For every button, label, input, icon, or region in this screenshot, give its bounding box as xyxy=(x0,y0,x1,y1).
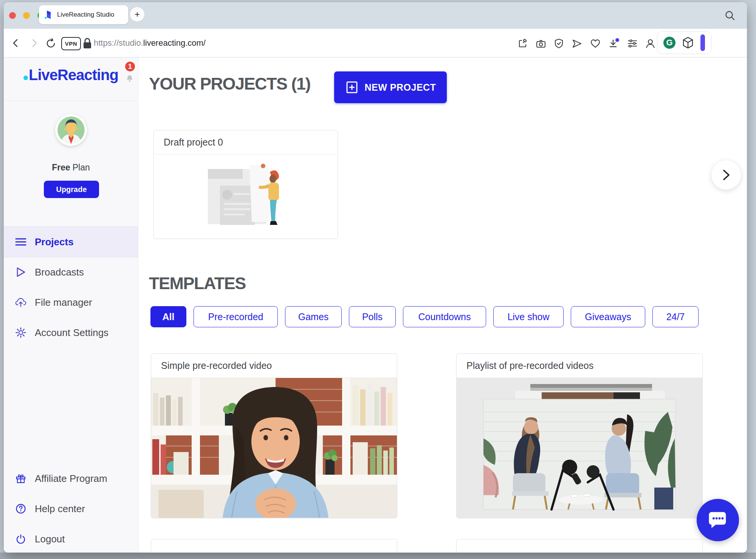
filter-polls[interactable]: Polls xyxy=(349,306,396,327)
sidebar-item-account-settings[interactable]: Account Settings xyxy=(4,317,138,348)
template-card-title: Playlist of pre-recorded videos xyxy=(457,354,702,378)
filter-giveaways[interactable]: Giveaways xyxy=(571,306,645,327)
url-field[interactable]: https://studio.livereacting.com/ xyxy=(94,38,206,48)
downloads-icon[interactable] xyxy=(608,38,620,49)
chat-widget-button[interactable] xyxy=(697,499,739,541)
draft-project-title: Draft project 0 xyxy=(154,130,338,155)
template-photo-woman xyxy=(151,378,397,518)
question-icon xyxy=(15,503,26,514)
app-area: LiveReacting 1 xyxy=(4,57,747,553)
bell-icon xyxy=(125,74,134,82)
template-card-playlist[interactable]: Playlist of pre-recorded videos xyxy=(456,353,703,518)
template-card-title: Trivia game with host xyxy=(151,539,397,553)
filter-live-show[interactable]: Live show xyxy=(493,306,564,327)
back-icon[interactable] xyxy=(11,38,21,48)
profile-icon[interactable] xyxy=(645,38,655,49)
power-icon xyxy=(15,534,26,544)
plan-label: FreePlan xyxy=(4,163,138,173)
cloud-upload-icon xyxy=(15,297,26,308)
search-icon[interactable] xyxy=(724,10,736,21)
plan-suffix: Plan xyxy=(73,163,90,172)
play-icon xyxy=(15,266,26,278)
template-card-simple-trivia[interactable]: Simple Trivia game xyxy=(456,539,703,553)
camera-icon[interactable] xyxy=(536,39,546,49)
sidebar-item-label: File manager xyxy=(35,297,92,308)
draft-project-illustration xyxy=(187,161,304,232)
heart-icon[interactable] xyxy=(590,39,601,48)
sidebar-toggle-pill[interactable] xyxy=(700,34,705,51)
avatar[interactable] xyxy=(55,114,87,146)
filter-all[interactable]: All xyxy=(150,306,186,327)
menu-icon xyxy=(15,237,26,246)
template-photo-podcast xyxy=(457,378,702,518)
livereacting-favicon xyxy=(44,10,53,20)
sliders-icon[interactable] xyxy=(627,39,638,48)
template-card-trivia-host[interactable]: Trivia game with host xyxy=(151,539,397,553)
new-project-label: NEW PROJECT xyxy=(365,82,436,93)
lock-icon xyxy=(82,38,92,49)
sidebar-item-affiliate-program[interactable]: Affiliate Program xyxy=(4,463,138,494)
send-icon[interactable] xyxy=(572,39,582,49)
template-filters: All Pre-recorded Games Polls Countdowns … xyxy=(150,306,699,327)
sidebar-item-label: Account Settings xyxy=(35,327,108,339)
new-project-button[interactable]: NEW PROJECT xyxy=(334,71,447,103)
plan-name: Free xyxy=(52,163,70,172)
sidebar-item-help-center[interactable]: Help center xyxy=(4,494,138,524)
avatar-illustration xyxy=(57,116,85,144)
sidebar-item-logout[interactable]: Logout xyxy=(4,524,138,553)
upgrade-button[interactable]: Upgrade xyxy=(44,181,99,198)
extensions-panel: G xyxy=(657,31,711,54)
sidebar-item-projects[interactable]: Projects xyxy=(4,226,138,257)
livereacting-logo[interactable]: LiveReacting xyxy=(4,67,138,84)
chevron-right-icon xyxy=(720,169,732,181)
toolbar: VPN https://studio.livereacting.com/ xyxy=(4,29,747,57)
divider xyxy=(4,101,138,101)
pin-tab-icon[interactable] xyxy=(518,39,528,49)
close-button[interactable] xyxy=(9,12,16,19)
extension-cube-icon[interactable] xyxy=(682,37,694,49)
template-card-title: Simple Trivia game xyxy=(457,539,702,553)
sidebar: LiveReacting 1 xyxy=(4,57,138,553)
vpn-badge[interactable]: VPN xyxy=(61,37,81,50)
forward-icon[interactable] xyxy=(29,38,39,48)
filter-pre-recorded[interactable]: Pre-recorded xyxy=(194,306,278,327)
sidebar-item-file-manager[interactable]: File manager xyxy=(4,287,138,317)
download-badge-dot xyxy=(615,38,619,42)
grammarly-icon[interactable]: G xyxy=(663,37,675,49)
titlebar: LiveReacting Studio + xyxy=(4,2,747,29)
sidebar-item-label: Help center xyxy=(35,503,85,515)
template-card-simple-pre-recorded[interactable]: Simple pre-recorded video xyxy=(151,353,397,518)
gear-icon xyxy=(15,327,26,338)
logo-text: LiveReacting xyxy=(29,67,118,83)
browser-tab[interactable]: LiveReacting Studio xyxy=(39,5,128,24)
desktop-edge xyxy=(0,553,756,559)
sidebar-item-broadcasts[interactable]: Broadcasts xyxy=(4,257,138,287)
chat-bubble-icon xyxy=(707,510,728,530)
projects-heading: YOUR PROJECTS (1) xyxy=(149,74,310,94)
logo-dot-icon xyxy=(23,76,28,80)
gift-icon xyxy=(15,473,26,484)
sidebar-item-label: Projects xyxy=(35,236,74,248)
screen: LiveReacting Studio + VPN xyxy=(0,0,756,559)
notification-badge[interactable]: 1 xyxy=(124,60,136,73)
url-domain: livereacting.com/ xyxy=(143,38,206,48)
tab-title: LiveReacting Studio xyxy=(57,11,114,19)
new-tab-button[interactable]: + xyxy=(130,7,144,22)
plus-square-icon xyxy=(345,81,359,94)
draft-project-card[interactable]: Draft project 0 xyxy=(153,130,338,239)
templates-heading: TEMPLATES xyxy=(149,274,246,293)
reload-icon[interactable] xyxy=(45,38,57,49)
url-scheme: https://studio. xyxy=(94,38,143,48)
sidebar-item-label: Logout xyxy=(35,533,65,545)
sidebar-item-label: Affiliate Program xyxy=(35,473,107,485)
minimize-button[interactable] xyxy=(23,12,30,19)
next-carousel-button[interactable] xyxy=(711,160,741,190)
filter-games[interactable]: Games xyxy=(285,306,342,327)
sidebar-item-label: Broadcasts xyxy=(35,266,84,278)
filter-24-7[interactable]: 24/7 xyxy=(652,306,699,327)
shield-check-icon[interactable] xyxy=(554,38,564,49)
browser-window: LiveReacting Studio + VPN xyxy=(4,2,747,553)
template-card-title: Simple pre-recorded video xyxy=(151,354,397,378)
toolbar-extensions xyxy=(518,38,655,49)
filter-countdowns[interactable]: Countdowns xyxy=(403,306,486,327)
